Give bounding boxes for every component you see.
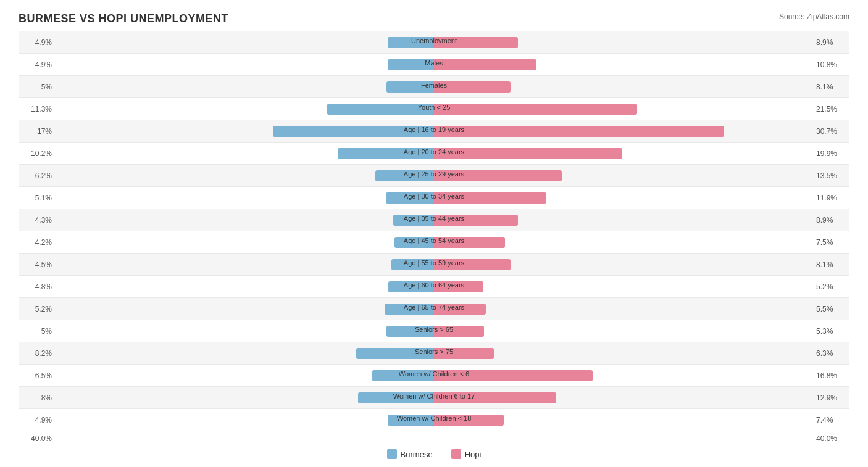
right-half [434, 347, 812, 360]
left-value: 5% [19, 83, 56, 91]
left-half [56, 280, 434, 294]
bars-wrapper: Age | 25 to 29 years [56, 165, 812, 186]
bar-burmese [338, 148, 434, 159]
chart-header: BURMESE VS HOPI UNEMPLOYMENT Source: Zip… [19, 12, 849, 25]
bars-wrapper: Youth < 25 [56, 98, 812, 120]
right-value: 6.3% [812, 349, 849, 358]
legend-label-hopi: Hopi [465, 450, 482, 459]
left-half [56, 147, 434, 160]
bar-burmese [375, 170, 434, 181]
left-value: 4.3% [19, 216, 56, 225]
left-value: 4.2% [19, 238, 56, 247]
right-value: 16.8% [812, 371, 849, 380]
bars-wrapper: Females [56, 76, 812, 97]
bars-wrapper: Age | 35 to 44 years [56, 209, 812, 231]
left-half [56, 191, 434, 205]
left-half [56, 80, 434, 94]
chart-row: 4.9% Unemployment 8.9% [19, 31, 849, 54]
bars-wrapper: Seniors > 65 [56, 320, 812, 342]
right-value: 5.2% [812, 283, 849, 291]
bar-burmese [386, 326, 434, 337]
left-half [56, 258, 434, 271]
left-half [56, 369, 434, 382]
chart-source: Source: ZipAtlas.com [779, 12, 849, 21]
bar-row-container: Age | 35 to 44 years [56, 213, 812, 227]
bars-wrapper: Women w/ Children 6 to 17 [56, 387, 812, 408]
bars-wrapper: Women w/ Children < 6 [56, 365, 812, 386]
bar-hopi [434, 37, 518, 48]
right-value: 8.1% [812, 83, 849, 91]
bar-row-container: Age | 55 to 59 years [56, 258, 812, 271]
chart-row: 4.9% Women w/ Children < 18 7.4% [19, 409, 849, 431]
bar-hopi [434, 281, 483, 292]
left-half [56, 102, 434, 116]
bar-row-container: Seniors > 65 [56, 324, 812, 338]
bar-burmese [358, 392, 434, 403]
x-axis-right: 40.0% [812, 434, 849, 443]
right-value: 30.7% [812, 127, 849, 136]
left-half [56, 413, 434, 427]
chart-row: 11.3% Youth < 25 21.5% [19, 98, 849, 120]
bar-hopi [434, 81, 511, 93]
left-value: 4.9% [19, 38, 56, 47]
left-value: 10.2% [19, 149, 56, 158]
bars-wrapper: Age | 16 to 19 years [56, 120, 812, 142]
right-value: 13.5% [812, 172, 849, 180]
bar-row-container: Seniors > 75 [56, 347, 812, 360]
bars-wrapper: Age | 65 to 74 years [56, 298, 812, 320]
bars-wrapper: Age | 45 to 54 years [56, 231, 812, 253]
legend-label-burmese: Burmese [401, 450, 433, 459]
chart-row: 4.9% Males 10.8% [19, 54, 849, 76]
legend-color-hopi [451, 449, 461, 459]
left-value: 5.1% [19, 194, 56, 202]
bars-wrapper: Seniors > 75 [56, 342, 812, 364]
bar-hopi [434, 326, 484, 337]
bar-hopi [434, 170, 562, 181]
right-half [434, 302, 812, 316]
chart-row: 6.2% Age | 25 to 29 years 13.5% [19, 165, 849, 187]
left-value: 4.9% [19, 60, 56, 69]
left-half [56, 169, 434, 183]
chart-row: 5.2% Age | 65 to 74 years 5.5% [19, 298, 849, 320]
right-half [434, 147, 812, 160]
bars-wrapper: Age | 55 to 59 years [56, 254, 812, 275]
bar-row-container: Youth < 25 [56, 102, 812, 116]
chart-row: 4.3% Age | 35 to 44 years 8.9% [19, 209, 849, 231]
left-value: 4.8% [19, 283, 56, 291]
right-half [434, 102, 812, 116]
bars-wrapper: Males [56, 54, 812, 75]
right-half [434, 236, 812, 249]
left-half [56, 324, 434, 338]
bars-wrapper: Age | 60 to 64 years [56, 276, 812, 297]
bar-row-container: Age | 20 to 24 years [56, 147, 812, 160]
right-value: 19.9% [812, 149, 849, 158]
right-half [434, 369, 812, 382]
right-value: 5.3% [812, 327, 849, 336]
left-half [56, 391, 434, 405]
bar-hopi [434, 370, 593, 381]
bar-burmese [327, 104, 434, 115]
right-value: 21.5% [812, 105, 849, 114]
bar-row-container: Women w/ Children < 6 [56, 369, 812, 382]
right-half [434, 80, 812, 94]
bar-burmese [388, 37, 434, 48]
left-half [56, 236, 434, 249]
bar-row-container: Females [56, 80, 812, 94]
chart-row: 6.5% Women w/ Children < 6 16.8% [19, 365, 849, 387]
chart-area: 4.9% Unemployment 8.9% 4.9% [19, 31, 849, 431]
bar-hopi [434, 59, 536, 70]
left-value: 5% [19, 327, 56, 336]
legend-burmese: Burmese [387, 449, 433, 459]
chart-row: 8.2% Seniors > 75 6.3% [19, 342, 849, 365]
bar-row-container: Age | 16 to 19 years [56, 125, 812, 138]
chart-title: BURMESE VS HOPI UNEMPLOYMENT [19, 12, 228, 25]
chart-row: 8% Women w/ Children 6 to 17 12.9% [19, 387, 849, 409]
left-half [56, 58, 434, 72]
bar-burmese [386, 192, 434, 204]
bar-burmese [356, 348, 434, 359]
right-half [434, 125, 812, 138]
bar-hopi [434, 148, 622, 159]
right-value: 8.9% [812, 38, 849, 47]
right-value: 8.1% [812, 260, 849, 269]
left-value: 6.2% [19, 172, 56, 180]
